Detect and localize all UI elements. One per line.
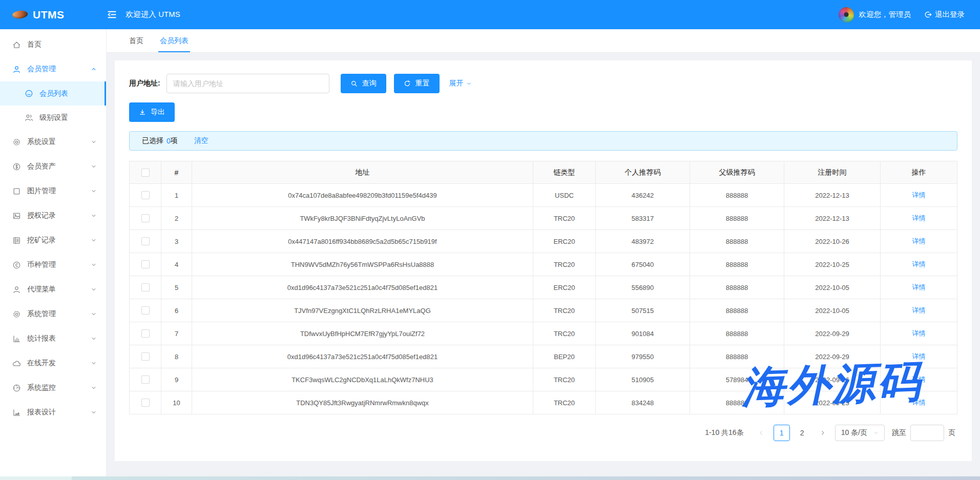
row-checkbox[interactable] — [141, 375, 150, 384]
row-address: THN9WV5dMZh76y56TmWSPPa6RsHsUa8888 — [192, 253, 533, 276]
row-checkbox[interactable] — [141, 399, 150, 407]
table-row: 50xd1d96c4137a73e521c251a0c4f75d085ef1ed… — [130, 276, 957, 299]
content-area: 首页会员列表 用户地址: 查询 重置 展开 — [107, 29, 980, 480]
chevron-down-icon — [91, 311, 97, 317]
row-action-cell: 详情 — [881, 322, 957, 345]
row-index: 6 — [161, 299, 192, 322]
sidebar-item-statistics-report[interactable]: 统计报表 — [0, 326, 106, 351]
detail-link[interactable]: 详情 — [912, 214, 926, 222]
detail-link[interactable]: 详情 — [912, 237, 926, 245]
sidebar-item-authorization-records[interactable]: 授权记录 — [0, 203, 106, 228]
row-select-cell — [130, 184, 161, 207]
address-search-input[interactable] — [166, 74, 329, 93]
chevron-down-icon — [873, 430, 879, 435]
sidebar-item-member-list[interactable]: 会员列表 — [0, 81, 106, 106]
image-icon — [12, 212, 21, 220]
row-checkbox[interactable] — [141, 191, 150, 199]
row-register-date: 2022-10-05 — [784, 299, 881, 322]
chevron-down-icon — [91, 385, 97, 391]
row-checkbox[interactable] — [141, 214, 150, 222]
clear-selection-link[interactable]: 清空 — [194, 136, 208, 145]
query-button[interactable]: 查询 — [341, 74, 386, 93]
sidebar: 首页会员管理会员列表级别设置系统设置会员资产图片管理授权记录挖矿记录币种管理代理… — [0, 29, 107, 480]
detail-link[interactable]: 详情 — [912, 329, 926, 337]
tab-member-list[interactable]: 会员列表 — [152, 29, 197, 52]
row-referral-code: 675040 — [596, 253, 690, 276]
row-parent-referral-code: 888888 — [690, 391, 784, 414]
row-select-cell — [130, 276, 161, 299]
row-checkbox[interactable] — [141, 260, 150, 268]
pagination-page-2[interactable]: 2 — [794, 425, 810, 441]
pagination-next-button[interactable] — [815, 425, 831, 441]
row-address: TDfwvxUyBfHpHCM7EfR7gjyYpL7ouiZf72 — [192, 322, 533, 345]
row-index: 3 — [161, 230, 192, 253]
row-register-date: 2022-12-13 — [784, 184, 881, 207]
pagination-prev-button[interactable] — [753, 425, 769, 441]
sidebar-item-agent-menu[interactable]: 代理菜单 — [0, 277, 106, 302]
row-checkbox[interactable] — [141, 283, 150, 291]
row-register-date: 2022-10-05 — [784, 276, 881, 299]
detail-link[interactable]: 详情 — [912, 283, 926, 291]
row-checkbox[interactable] — [141, 306, 150, 315]
app-logo: UTMS — [0, 9, 107, 21]
horizontal-scrollbar[interactable] — [0, 476, 980, 480]
sidebar-item-coin-management[interactable]: 币种管理 — [0, 253, 106, 277]
sidebar-item-member-assets[interactable]: 会员资产 — [0, 154, 106, 179]
member-list-card: 用户地址: 查询 重置 展开 — [115, 60, 972, 461]
detail-link[interactable]: 详情 — [912, 399, 926, 406]
row-checkbox[interactable] — [141, 329, 150, 338]
row-chain-type: TRC20 — [533, 322, 596, 345]
horizontal-scrollbar-thumb[interactable] — [0, 476, 72, 480]
logout-button[interactable]: 退出登录 — [924, 10, 965, 19]
row-action-cell: 详情 — [881, 368, 957, 391]
row-referral-code: 979550 — [596, 345, 690, 368]
row-index: 4 — [161, 253, 192, 276]
detail-link[interactable]: 详情 — [912, 260, 926, 268]
sidebar-item-label: 系统设置 — [27, 137, 85, 147]
table-row: 9TKCF3wqsWLC2gNCDbXq1LaLhQkWfz7NHU3TRC20… — [130, 368, 957, 391]
detail-link[interactable]: 详情 — [912, 375, 926, 383]
avatar[interactable] — [839, 7, 854, 23]
row-chain-type: BEP20 — [533, 345, 596, 368]
expand-link[interactable]: 展开 — [449, 79, 472, 88]
detail-link[interactable]: 详情 — [912, 352, 926, 360]
row-select-cell — [130, 368, 161, 391]
row-parent-referral-code: 888888 — [690, 207, 784, 230]
chevron-down-icon — [91, 336, 97, 342]
sidebar-item-label: 会员管理 — [27, 65, 85, 74]
page-size-select[interactable]: 10 条/页 — [835, 425, 885, 441]
tab-home[interactable]: 首页 — [121, 29, 152, 52]
sidebar-item-mining-records[interactable]: 挖矿记录 — [0, 228, 106, 253]
sidebar-item-online-development[interactable]: 在线开发 — [0, 351, 106, 375]
detail-link[interactable]: 详情 — [912, 191, 926, 199]
row-checkbox[interactable] — [141, 237, 150, 245]
pagination-page-1[interactable]: 1 — [774, 425, 790, 441]
detail-link[interactable]: 详情 — [912, 306, 926, 314]
sidebar-item-system-monitor[interactable]: 系统监控 — [0, 375, 106, 400]
column-header-1: 地址 — [192, 161, 533, 184]
sidebar-item-report-design[interactable]: 报表设计 — [0, 400, 106, 425]
row-checkbox[interactable] — [141, 352, 150, 361]
logout-icon — [924, 11, 932, 18]
sidebar-item-level-settings[interactable]: 级别设置 — [0, 106, 106, 130]
jump-page-input[interactable] — [910, 425, 944, 441]
selection-count: 0 — [166, 137, 171, 145]
row-address: TDN3QY85Jft3RwgyatjRNmrwRmwkn8qwqx — [192, 391, 533, 414]
export-button[interactable]: 导出 — [129, 102, 175, 122]
sidebar-item-image-management[interactable]: 图片管理 — [0, 179, 106, 203]
menu-fold-icon — [107, 9, 117, 20]
sidebar-item-system-settings[interactable]: 系统设置 — [0, 130, 106, 154]
square-icon — [12, 187, 21, 196]
reset-button[interactable]: 重置 — [394, 74, 440, 93]
menu-collapse-button[interactable] — [107, 9, 117, 20]
row-referral-code: 510905 — [596, 368, 690, 391]
logo-text: UTMS — [33, 9, 65, 21]
sidebar-item-member-management[interactable]: 会员管理 — [0, 57, 106, 81]
sidebar-item-home[interactable]: 首页 — [0, 32, 106, 57]
select-all-checkbox[interactable] — [141, 169, 150, 177]
row-register-date: 2022-09-25 — [784, 391, 881, 414]
sidebar-item-system-management[interactable]: 系统管理 — [0, 302, 106, 326]
home-icon — [12, 40, 21, 49]
logout-label: 退出登录 — [935, 10, 965, 19]
row-select-cell — [130, 253, 161, 276]
